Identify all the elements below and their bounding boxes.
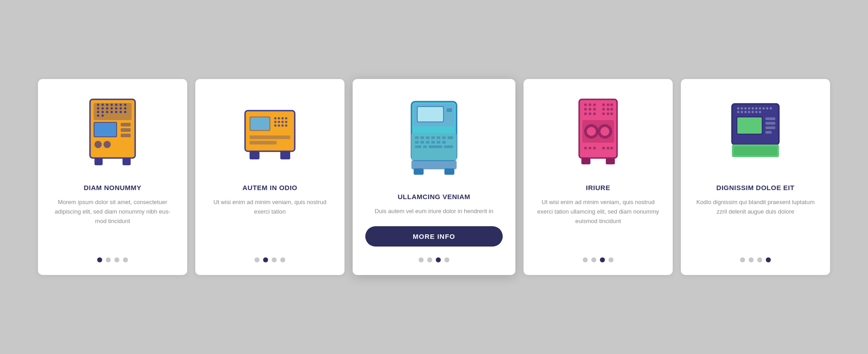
- card-5-dots: [740, 257, 771, 262]
- dot: [436, 257, 441, 262]
- dot: [280, 257, 285, 262]
- svg-rect-72: [415, 145, 421, 148]
- dot: [255, 257, 259, 262]
- svg-point-3: [102, 104, 104, 106]
- svg-point-89: [602, 103, 605, 106]
- svg-rect-59: [415, 136, 419, 139]
- svg-rect-134: [765, 131, 772, 134]
- svg-rect-50: [250, 141, 277, 144]
- svg-point-81: [589, 103, 591, 106]
- svg-point-103: [584, 147, 587, 149]
- card-3-icon: [365, 93, 503, 183]
- svg-rect-73: [423, 145, 427, 148]
- svg-point-23: [97, 115, 99, 117]
- svg-point-115: [748, 107, 750, 110]
- dot: [123, 257, 128, 262]
- svg-rect-32: [94, 158, 103, 165]
- svg-rect-27: [121, 123, 131, 126]
- dot: [444, 257, 449, 262]
- svg-point-119: [763, 107, 765, 110]
- svg-rect-64: [442, 136, 446, 139]
- cards-container: DIAM NONUMMY Morem ipsum dolor sit amet,…: [11, 61, 857, 293]
- dot: [591, 257, 596, 262]
- svg-rect-67: [420, 141, 424, 144]
- card-3-title: ULLAMCING VENIAM: [398, 193, 471, 200]
- svg-point-100: [587, 127, 596, 136]
- svg-point-87: [589, 112, 591, 115]
- dot: [740, 257, 745, 262]
- svg-point-45: [274, 125, 277, 127]
- svg-rect-68: [426, 141, 429, 144]
- svg-point-107: [607, 147, 609, 149]
- card-4-title: IRIURE: [586, 184, 610, 191]
- svg-point-2: [97, 104, 99, 106]
- svg-rect-130: [737, 117, 762, 134]
- svg-point-8: [124, 104, 127, 106]
- dot: [272, 257, 277, 262]
- card-3: ULLAMCING VENIAM Duis autem vel eum iriu…: [353, 79, 515, 275]
- card-2: AUTEM IN ODIO Ut wisi enim ad minim veni…: [195, 79, 344, 275]
- svg-point-121: [770, 107, 772, 110]
- dot: [583, 257, 588, 262]
- svg-point-41: [274, 121, 277, 123]
- svg-point-92: [602, 108, 605, 111]
- card-5-icon: [693, 93, 817, 174]
- card-3-dots: [419, 257, 449, 262]
- svg-point-39: [282, 117, 284, 120]
- dot: [263, 257, 268, 262]
- card-2-title: AUTEM IN ODIO: [242, 184, 297, 191]
- svg-rect-70: [437, 141, 440, 144]
- svg-rect-78: [444, 168, 454, 175]
- svg-rect-33: [123, 158, 131, 165]
- svg-point-17: [102, 111, 104, 113]
- svg-point-47: [282, 125, 284, 127]
- svg-point-46: [278, 125, 280, 127]
- card-5-title: DIGNISSIM DOLOE EIT: [717, 184, 795, 191]
- card-1-dots: [97, 257, 128, 262]
- svg-point-40: [285, 117, 288, 120]
- dot: [97, 257, 102, 262]
- svg-point-117: [755, 107, 758, 110]
- svg-point-14: [120, 107, 122, 110]
- svg-rect-69: [431, 141, 435, 144]
- svg-point-16: [97, 111, 99, 113]
- svg-rect-62: [431, 136, 435, 139]
- svg-point-43: [282, 121, 284, 123]
- svg-point-7: [120, 104, 122, 106]
- svg-rect-26: [94, 123, 116, 136]
- svg-point-122: [737, 111, 740, 113]
- svg-point-95: [602, 112, 605, 115]
- svg-point-82: [593, 103, 596, 106]
- svg-rect-109: [581, 158, 590, 164]
- svg-point-22: [124, 111, 127, 113]
- card-2-dots: [255, 257, 285, 262]
- card-2-icon: [208, 93, 332, 174]
- svg-point-48: [285, 125, 288, 127]
- svg-point-120: [766, 107, 769, 110]
- svg-point-21: [120, 111, 122, 113]
- more-info-button[interactable]: MORE INFO: [365, 226, 503, 247]
- svg-rect-74: [429, 145, 442, 148]
- svg-point-126: [752, 111, 754, 113]
- svg-rect-133: [765, 126, 775, 129]
- svg-point-114: [745, 107, 747, 110]
- svg-rect-56: [418, 107, 443, 121]
- svg-point-102: [600, 127, 609, 136]
- svg-point-125: [748, 111, 750, 113]
- svg-point-104: [589, 147, 591, 149]
- svg-point-94: [610, 108, 613, 111]
- svg-point-124: [745, 111, 747, 113]
- svg-rect-60: [420, 136, 424, 139]
- svg-point-11: [106, 107, 108, 110]
- svg-point-83: [584, 108, 587, 111]
- svg-rect-66: [415, 141, 419, 144]
- svg-point-37: [274, 117, 277, 120]
- dot: [749, 257, 754, 262]
- svg-rect-36: [250, 117, 269, 130]
- svg-point-12: [111, 107, 113, 110]
- dot: [106, 257, 111, 262]
- svg-point-93: [607, 108, 609, 111]
- dot: [427, 257, 432, 262]
- svg-point-123: [741, 111, 743, 113]
- svg-point-118: [759, 107, 761, 110]
